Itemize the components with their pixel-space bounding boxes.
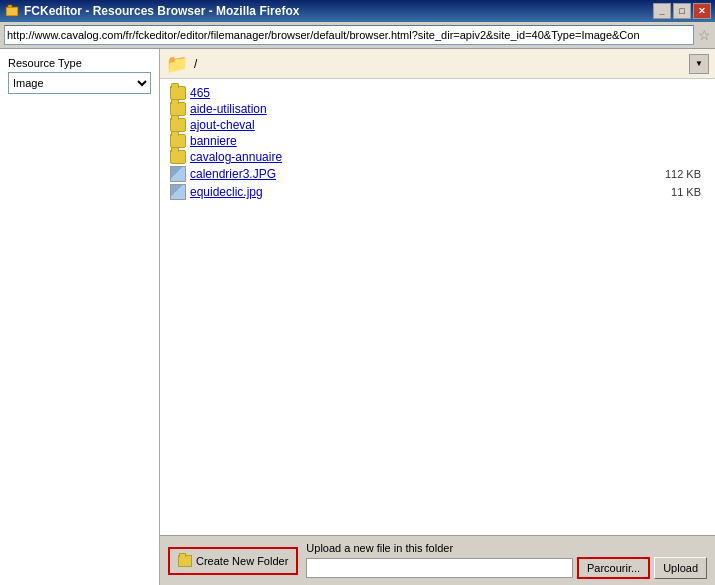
- bottom-bar: Create New Folder Upload a new file in t…: [160, 535, 715, 585]
- resource-type-label: Resource Type: [8, 57, 151, 69]
- folder-icon: [170, 150, 186, 164]
- folder-path-bar: 📁 / ▼: [160, 49, 715, 79]
- file-link[interactable]: cavalog-annuaire: [190, 150, 282, 164]
- upload-label: Upload a new file in this folder: [306, 542, 707, 554]
- svg-rect-1: [8, 5, 12, 8]
- list-item[interactable]: ajout-cheval: [170, 117, 705, 133]
- close-button[interactable]: ✕: [693, 3, 711, 19]
- folder-icon: [170, 134, 186, 148]
- file-size: 112 KB: [665, 168, 705, 180]
- maximize-button[interactable]: □: [673, 3, 691, 19]
- file-link[interactable]: calendrier3.JPG: [190, 167, 276, 181]
- right-panel: 📁 / ▼ 465 aide-utilisation ajout-cheval …: [160, 49, 715, 585]
- folder-icon: [170, 102, 186, 116]
- svg-rect-2: [7, 8, 17, 15]
- folder-icon: [170, 86, 186, 100]
- file-link[interactable]: equideclic.jpg: [190, 185, 263, 199]
- upload-section: Upload a new file in this folder Parcour…: [306, 542, 707, 579]
- main-layout: Resource Type Image File Media 📁 / ▼ 465…: [0, 49, 715, 585]
- browse-button[interactable]: Parcourir...: [577, 557, 650, 579]
- upload-button[interactable]: Upload: [654, 557, 707, 579]
- left-panel: Resource Type Image File Media: [0, 49, 160, 585]
- folder-icon: 📁: [166, 53, 188, 75]
- list-item[interactable]: equideclic.jpg 11 KB: [170, 183, 705, 201]
- list-item[interactable]: cavalog-annuaire: [170, 149, 705, 165]
- list-item[interactable]: 465: [170, 85, 705, 101]
- file-list: 465 aide-utilisation ajout-cheval bannie…: [160, 79, 715, 535]
- folder-path-dropdown[interactable]: ▼: [689, 54, 709, 74]
- window-controls: _ □ ✕: [653, 3, 711, 19]
- list-item[interactable]: banniere: [170, 133, 705, 149]
- upload-controls: Parcourir... Upload: [306, 557, 707, 579]
- file-link[interactable]: 465: [190, 86, 210, 100]
- address-input[interactable]: [4, 25, 694, 45]
- folder-path-text: /: [194, 57, 683, 71]
- minimize-button[interactable]: _: [653, 3, 671, 19]
- address-bar: ☆: [0, 22, 715, 49]
- star-icon: ☆: [698, 27, 711, 43]
- folder-icon: [170, 118, 186, 132]
- resource-type-select[interactable]: Image File Media: [8, 72, 151, 94]
- upload-file-input[interactable]: [306, 558, 573, 578]
- window-title: FCKeditor - Resources Browser - Mozilla …: [24, 4, 653, 18]
- file-link[interactable]: ajout-cheval: [190, 118, 255, 132]
- title-bar: FCKeditor - Resources Browser - Mozilla …: [0, 0, 715, 22]
- create-folder-icon: [178, 555, 192, 567]
- create-folder-button[interactable]: Create New Folder: [168, 547, 298, 575]
- list-item[interactable]: aide-utilisation: [170, 101, 705, 117]
- image-icon: [170, 184, 186, 200]
- create-folder-label: Create New Folder: [196, 555, 288, 567]
- file-link[interactable]: aide-utilisation: [190, 102, 267, 116]
- list-item[interactable]: calendrier3.JPG 112 KB: [170, 165, 705, 183]
- file-link[interactable]: banniere: [190, 134, 237, 148]
- file-size: 11 KB: [671, 186, 705, 198]
- image-icon: [170, 166, 186, 182]
- window-icon: [4, 3, 20, 19]
